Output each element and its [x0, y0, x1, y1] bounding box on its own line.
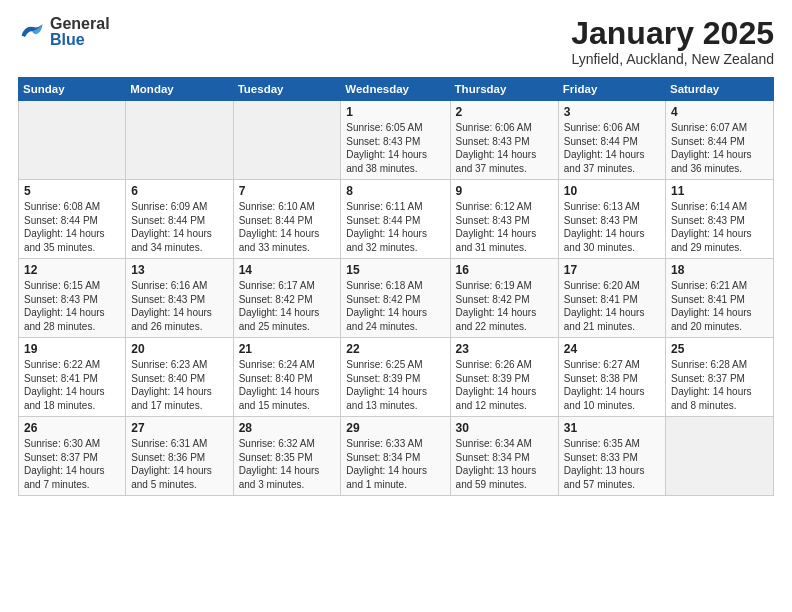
day-number: 21 — [239, 342, 336, 356]
day-number: 26 — [24, 421, 120, 435]
day-info: Sunrise: 6:33 AM Sunset: 8:34 PM Dayligh… — [346, 437, 444, 491]
day-info: Sunrise: 6:28 AM Sunset: 8:37 PM Dayligh… — [671, 358, 768, 412]
day-info: Sunrise: 6:22 AM Sunset: 8:41 PM Dayligh… — [24, 358, 120, 412]
day-cell: 5Sunrise: 6:08 AM Sunset: 8:44 PM Daylig… — [19, 180, 126, 259]
day-number: 22 — [346, 342, 444, 356]
day-cell: 30Sunrise: 6:34 AM Sunset: 8:34 PM Dayli… — [450, 417, 558, 496]
day-cell: 10Sunrise: 6:13 AM Sunset: 8:43 PM Dayli… — [558, 180, 665, 259]
day-info: Sunrise: 6:30 AM Sunset: 8:37 PM Dayligh… — [24, 437, 120, 491]
day-info: Sunrise: 6:16 AM Sunset: 8:43 PM Dayligh… — [131, 279, 227, 333]
day-info: Sunrise: 6:15 AM Sunset: 8:43 PM Dayligh… — [24, 279, 120, 333]
day-info: Sunrise: 6:21 AM Sunset: 8:41 PM Dayligh… — [671, 279, 768, 333]
day-info: Sunrise: 6:20 AM Sunset: 8:41 PM Dayligh… — [564, 279, 660, 333]
calendar-title: January 2025 — [571, 16, 774, 51]
day-cell: 16Sunrise: 6:19 AM Sunset: 8:42 PM Dayli… — [450, 259, 558, 338]
week-row-2: 5Sunrise: 6:08 AM Sunset: 8:44 PM Daylig… — [19, 180, 774, 259]
weekday-header-wednesday: Wednesday — [341, 78, 450, 101]
weekday-header-tuesday: Tuesday — [233, 78, 341, 101]
day-cell: 17Sunrise: 6:20 AM Sunset: 8:41 PM Dayli… — [558, 259, 665, 338]
day-info: Sunrise: 6:31 AM Sunset: 8:36 PM Dayligh… — [131, 437, 227, 491]
day-cell: 27Sunrise: 6:31 AM Sunset: 8:36 PM Dayli… — [126, 417, 233, 496]
day-cell: 26Sunrise: 6:30 AM Sunset: 8:37 PM Dayli… — [19, 417, 126, 496]
day-info: Sunrise: 6:26 AM Sunset: 8:39 PM Dayligh… — [456, 358, 553, 412]
day-number: 28 — [239, 421, 336, 435]
day-number: 6 — [131, 184, 227, 198]
day-number: 23 — [456, 342, 553, 356]
day-number: 12 — [24, 263, 120, 277]
day-cell: 7Sunrise: 6:10 AM Sunset: 8:44 PM Daylig… — [233, 180, 341, 259]
day-cell — [126, 101, 233, 180]
day-number: 5 — [24, 184, 120, 198]
day-cell: 13Sunrise: 6:16 AM Sunset: 8:43 PM Dayli… — [126, 259, 233, 338]
day-cell: 2Sunrise: 6:06 AM Sunset: 8:43 PM Daylig… — [450, 101, 558, 180]
day-cell: 6Sunrise: 6:09 AM Sunset: 8:44 PM Daylig… — [126, 180, 233, 259]
day-info: Sunrise: 6:32 AM Sunset: 8:35 PM Dayligh… — [239, 437, 336, 491]
day-info: Sunrise: 6:14 AM Sunset: 8:43 PM Dayligh… — [671, 200, 768, 254]
day-cell: 18Sunrise: 6:21 AM Sunset: 8:41 PM Dayli… — [665, 259, 773, 338]
day-number: 11 — [671, 184, 768, 198]
day-number: 14 — [239, 263, 336, 277]
day-cell: 4Sunrise: 6:07 AM Sunset: 8:44 PM Daylig… — [665, 101, 773, 180]
day-cell: 20Sunrise: 6:23 AM Sunset: 8:40 PM Dayli… — [126, 338, 233, 417]
day-number: 2 — [456, 105, 553, 119]
day-cell: 9Sunrise: 6:12 AM Sunset: 8:43 PM Daylig… — [450, 180, 558, 259]
weekday-header-sunday: Sunday — [19, 78, 126, 101]
day-cell — [19, 101, 126, 180]
day-cell: 24Sunrise: 6:27 AM Sunset: 8:38 PM Dayli… — [558, 338, 665, 417]
day-number: 13 — [131, 263, 227, 277]
day-number: 18 — [671, 263, 768, 277]
day-info: Sunrise: 6:19 AM Sunset: 8:42 PM Dayligh… — [456, 279, 553, 333]
day-cell: 28Sunrise: 6:32 AM Sunset: 8:35 PM Dayli… — [233, 417, 341, 496]
day-number: 1 — [346, 105, 444, 119]
day-number: 19 — [24, 342, 120, 356]
week-row-3: 12Sunrise: 6:15 AM Sunset: 8:43 PM Dayli… — [19, 259, 774, 338]
day-number: 31 — [564, 421, 660, 435]
day-cell: 11Sunrise: 6:14 AM Sunset: 8:43 PM Dayli… — [665, 180, 773, 259]
calendar-subtitle: Lynfield, Auckland, New Zealand — [571, 51, 774, 67]
logo-bird-icon — [18, 21, 46, 43]
day-number: 29 — [346, 421, 444, 435]
header: General Blue January 2025 Lynfield, Auck… — [18, 16, 774, 67]
day-info: Sunrise: 6:18 AM Sunset: 8:42 PM Dayligh… — [346, 279, 444, 333]
logo-text: General Blue — [50, 16, 110, 48]
day-cell: 3Sunrise: 6:06 AM Sunset: 8:44 PM Daylig… — [558, 101, 665, 180]
weekday-header-thursday: Thursday — [450, 78, 558, 101]
day-cell — [233, 101, 341, 180]
day-number: 25 — [671, 342, 768, 356]
day-cell: 21Sunrise: 6:24 AM Sunset: 8:40 PM Dayli… — [233, 338, 341, 417]
day-info: Sunrise: 6:07 AM Sunset: 8:44 PM Dayligh… — [671, 121, 768, 175]
week-row-4: 19Sunrise: 6:22 AM Sunset: 8:41 PM Dayli… — [19, 338, 774, 417]
title-block: January 2025 Lynfield, Auckland, New Zea… — [571, 16, 774, 67]
day-info: Sunrise: 6:11 AM Sunset: 8:44 PM Dayligh… — [346, 200, 444, 254]
day-number: 27 — [131, 421, 227, 435]
day-info: Sunrise: 6:25 AM Sunset: 8:39 PM Dayligh… — [346, 358, 444, 412]
day-info: Sunrise: 6:08 AM Sunset: 8:44 PM Dayligh… — [24, 200, 120, 254]
day-cell: 19Sunrise: 6:22 AM Sunset: 8:41 PM Dayli… — [19, 338, 126, 417]
day-info: Sunrise: 6:27 AM Sunset: 8:38 PM Dayligh… — [564, 358, 660, 412]
day-info: Sunrise: 6:23 AM Sunset: 8:40 PM Dayligh… — [131, 358, 227, 412]
weekday-header-saturday: Saturday — [665, 78, 773, 101]
weekday-header-monday: Monday — [126, 78, 233, 101]
day-cell: 22Sunrise: 6:25 AM Sunset: 8:39 PM Dayli… — [341, 338, 450, 417]
day-cell — [665, 417, 773, 496]
day-info: Sunrise: 6:10 AM Sunset: 8:44 PM Dayligh… — [239, 200, 336, 254]
day-info: Sunrise: 6:12 AM Sunset: 8:43 PM Dayligh… — [456, 200, 553, 254]
day-info: Sunrise: 6:34 AM Sunset: 8:34 PM Dayligh… — [456, 437, 553, 491]
logo: General Blue — [18, 16, 110, 48]
day-number: 24 — [564, 342, 660, 356]
day-cell: 25Sunrise: 6:28 AM Sunset: 8:37 PM Dayli… — [665, 338, 773, 417]
day-info: Sunrise: 6:35 AM Sunset: 8:33 PM Dayligh… — [564, 437, 660, 491]
day-info: Sunrise: 6:06 AM Sunset: 8:44 PM Dayligh… — [564, 121, 660, 175]
logo-general: General — [50, 15, 110, 32]
day-number: 3 — [564, 105, 660, 119]
day-number: 17 — [564, 263, 660, 277]
day-cell: 1Sunrise: 6:05 AM Sunset: 8:43 PM Daylig… — [341, 101, 450, 180]
day-info: Sunrise: 6:06 AM Sunset: 8:43 PM Dayligh… — [456, 121, 553, 175]
page: General Blue January 2025 Lynfield, Auck… — [0, 0, 792, 612]
day-info: Sunrise: 6:17 AM Sunset: 8:42 PM Dayligh… — [239, 279, 336, 333]
day-cell: 29Sunrise: 6:33 AM Sunset: 8:34 PM Dayli… — [341, 417, 450, 496]
day-info: Sunrise: 6:13 AM Sunset: 8:43 PM Dayligh… — [564, 200, 660, 254]
day-number: 10 — [564, 184, 660, 198]
day-number: 4 — [671, 105, 768, 119]
day-cell: 15Sunrise: 6:18 AM Sunset: 8:42 PM Dayli… — [341, 259, 450, 338]
